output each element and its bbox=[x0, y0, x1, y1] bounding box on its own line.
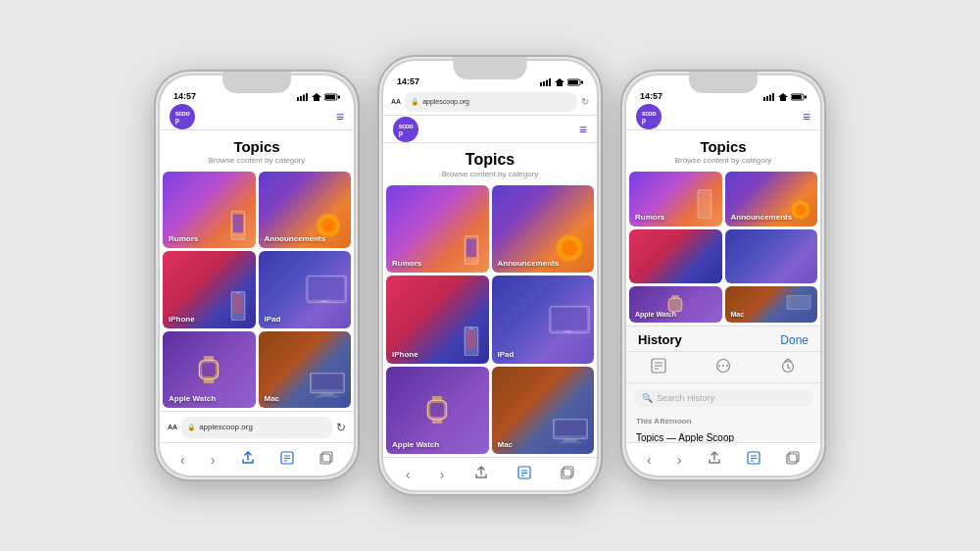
svg-rect-21 bbox=[202, 363, 216, 376]
svg-rect-65 bbox=[766, 96, 768, 101]
grid-label-ipad-2: iPad bbox=[498, 350, 514, 359]
phone-3: 14:57 scoop ≡ Topics Browse content by c… bbox=[620, 70, 826, 481]
svg-rect-3 bbox=[306, 93, 308, 101]
back-icon-1[interactable]: ‹ bbox=[180, 452, 185, 468]
history-search-bar[interactable]: 🔍 Search History bbox=[634, 389, 812, 407]
grid-item-watch-3[interactable]: Apple Watch bbox=[629, 286, 722, 323]
status-icons-2 bbox=[540, 78, 583, 86]
grid-item-announcements-2[interactable]: Announcements bbox=[492, 185, 595, 273]
bookmarks-icon-3[interactable] bbox=[747, 451, 760, 468]
grid-item-watch-2[interactable]: Apple Watch bbox=[386, 367, 489, 454]
scoop-logo-2: scoop bbox=[393, 117, 418, 142]
url-aa-1[interactable]: AA bbox=[168, 424, 177, 430]
grid-item-announcements-1[interactable]: Announcements bbox=[259, 172, 352, 248]
bottom-nav-3: ‹ › bbox=[626, 442, 820, 476]
search-placeholder: Search History bbox=[657, 393, 714, 403]
grid-item-announcements-3[interactable]: Announcements bbox=[725, 172, 818, 226]
forward-icon-2[interactable]: › bbox=[440, 467, 445, 482]
grid-label-watch-partial-3: Apple Watch bbox=[635, 311, 676, 318]
menu-icon-1[interactable]: ≡ bbox=[336, 109, 344, 125]
svg-rect-32 bbox=[540, 82, 542, 86]
top-aa-2[interactable]: AA bbox=[391, 98, 401, 105]
topics-header-3: Topics Browse content by category bbox=[626, 130, 820, 169]
svg-rect-72 bbox=[698, 189, 711, 219]
reading-list-tab-icon[interactable] bbox=[715, 358, 731, 376]
share-icon-3[interactable] bbox=[708, 451, 721, 468]
grid-item-ipad-2[interactable]: iPad bbox=[492, 276, 595, 363]
grid-item-rumors-3[interactable]: Rumors bbox=[629, 172, 722, 226]
grid-item-rumors-2[interactable]: Rumors bbox=[386, 185, 489, 273]
top-refresh-icon-2[interactable]: ↻ bbox=[581, 96, 589, 107]
grid-label-announcements-3: Announcements bbox=[731, 213, 793, 222]
svg-marker-68 bbox=[778, 93, 788, 101]
svg-rect-6 bbox=[325, 95, 335, 99]
svg-rect-49 bbox=[564, 330, 571, 332]
topics-grid-2: Rumors Announcements iPhone iPad Apple W… bbox=[383, 182, 597, 457]
svg-marker-4 bbox=[312, 93, 321, 101]
share-icon-2[interactable] bbox=[474, 466, 488, 482]
menu-icon-3[interactable]: ≡ bbox=[803, 109, 810, 125]
share-icon-1[interactable] bbox=[241, 451, 255, 468]
svg-rect-41 bbox=[466, 239, 475, 258]
bookmarks-icon-1[interactable] bbox=[280, 451, 294, 468]
status-time-2: 14:57 bbox=[397, 76, 419, 86]
grid-item-ipad-3[interactable] bbox=[725, 229, 818, 284]
notch-1 bbox=[222, 72, 291, 93]
grid-label-mac-1: Mac bbox=[265, 394, 280, 403]
svg-marker-36 bbox=[555, 78, 564, 86]
grid-item-iphone-1[interactable]: iPhone bbox=[163, 251, 256, 327]
grid-label-mac-partial-3: Mac bbox=[731, 311, 745, 318]
grid-item-ipad-1[interactable]: iPad bbox=[259, 251, 352, 327]
svg-rect-9 bbox=[232, 215, 242, 233]
phone-1: 14:57 scoop ≡ Topics Browse content by c… bbox=[154, 70, 360, 481]
grid-label-announcements-1: Announcements bbox=[265, 234, 326, 243]
svg-rect-53 bbox=[430, 403, 444, 417]
grid-item-iphone-2[interactable]: iPhone bbox=[386, 276, 489, 363]
bookmarks-tab-icon[interactable] bbox=[651, 358, 666, 376]
svg-rect-14 bbox=[235, 292, 240, 293]
topics-title-1: Topics bbox=[160, 138, 354, 155]
topics-header-1: Topics Browse content by category bbox=[160, 130, 354, 169]
grid-item-mac-3[interactable]: Mac bbox=[725, 286, 818, 323]
grid-item-iphone-3[interactable] bbox=[629, 229, 722, 284]
grid-item-watch-1[interactable]: Apple Watch bbox=[163, 331, 256, 408]
svg-point-83 bbox=[718, 365, 720, 367]
status-icons-1 bbox=[297, 93, 340, 101]
url-bar-1[interactable]: 🔒 applescoop.org bbox=[181, 417, 332, 438]
grid-label-rumors-2: Rumors bbox=[392, 259, 421, 268]
back-icon-2[interactable]: ‹ bbox=[406, 467, 411, 482]
menu-icon-2[interactable]: ≡ bbox=[579, 122, 587, 137]
grid-label-watch-2: Apple Watch bbox=[392, 440, 439, 449]
svg-rect-48 bbox=[552, 308, 587, 330]
grid-item-mac-2[interactable]: Mac bbox=[492, 367, 595, 454]
refresh-icon-1[interactable]: ↻ bbox=[336, 421, 346, 434]
topics-subtitle-1: Browse content by category bbox=[160, 156, 354, 165]
tabs-icon-2[interactable] bbox=[561, 466, 574, 482]
tabs-icon-3[interactable] bbox=[786, 451, 800, 468]
forward-icon-1[interactable]: › bbox=[211, 452, 216, 468]
bottom-nav-1: ‹ › bbox=[160, 442, 354, 476]
svg-rect-71 bbox=[805, 96, 807, 99]
svg-rect-77 bbox=[787, 295, 810, 309]
topics-grid-1: Rumors Announcements iPhone iPad Apple W… bbox=[160, 169, 354, 411]
back-icon-3[interactable]: ‹ bbox=[647, 452, 652, 468]
history-item-0[interactable]: Topics — Apple Scoop applescoop.org/topi… bbox=[626, 427, 820, 442]
bookmarks-icon-2[interactable] bbox=[517, 466, 531, 482]
tabs-icon-1[interactable] bbox=[319, 451, 333, 468]
topics-title-3: Topics bbox=[626, 138, 820, 155]
search-icon-history: 🔍 bbox=[642, 393, 653, 403]
topics-header-2: Topics Browse content by category bbox=[383, 143, 597, 182]
svg-rect-2 bbox=[303, 95, 305, 102]
status-time-1: 14:57 bbox=[173, 91, 196, 101]
svg-point-11 bbox=[321, 219, 335, 232]
history-done-button[interactable]: Done bbox=[780, 333, 808, 347]
grid-label-rumors-1: Rumors bbox=[169, 234, 198, 243]
grid-item-rumors-1[interactable]: Rumors bbox=[163, 172, 256, 248]
forward-icon-3[interactable]: › bbox=[677, 452, 682, 468]
grid-item-mac-1[interactable]: Mac bbox=[259, 331, 352, 408]
svg-rect-67 bbox=[772, 93, 774, 101]
svg-rect-57 bbox=[559, 441, 582, 443]
history-tab-icon[interactable] bbox=[780, 358, 796, 376]
svg-rect-13 bbox=[232, 294, 242, 313]
top-url-bar-2[interactable]: 🔒 applescoop.org bbox=[405, 92, 577, 112]
